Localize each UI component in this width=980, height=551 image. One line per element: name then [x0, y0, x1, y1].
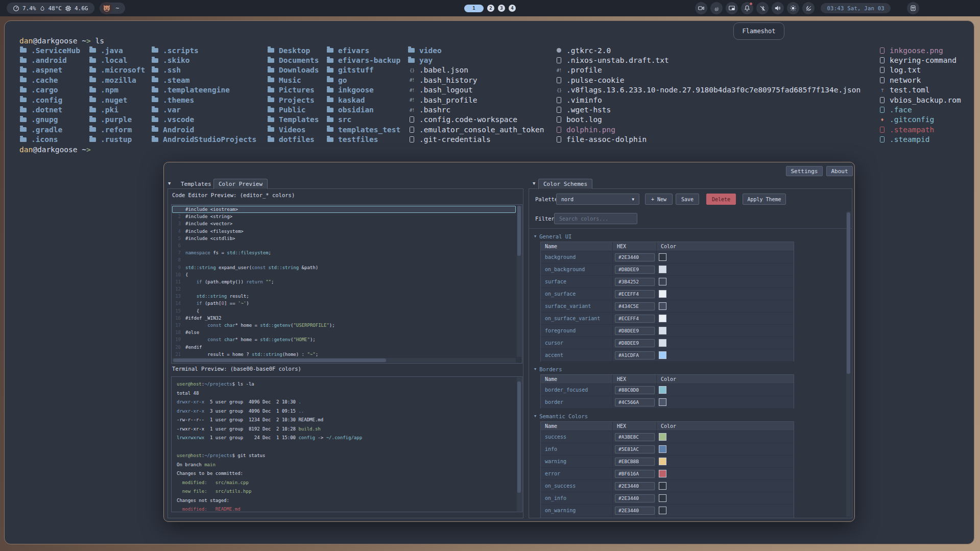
- hex-input[interactable]: #2E3440: [615, 482, 655, 490]
- hex-input[interactable]: #A3BE8C: [615, 433, 655, 441]
- flameshot-button[interactable]: [710, 2, 723, 14]
- color-swatch[interactable]: [659, 290, 666, 298]
- color-row: on_info#2E3440: [541, 492, 794, 505]
- tab-color-preview[interactable]: Color Preview: [213, 179, 268, 189]
- save-button[interactable]: Save: [676, 194, 699, 205]
- color-swatch[interactable]: [659, 327, 666, 334]
- editor-horizontal-scrollbar[interactable]: [172, 358, 516, 363]
- clock-widget[interactable]: 03:43 Sat, Jan 03: [821, 3, 891, 13]
- file-item: .microsoft: [89, 65, 145, 75]
- hex-input[interactable]: #2E3440: [615, 494, 655, 502]
- brightness-button[interactable]: [787, 2, 799, 14]
- color-swatch[interactable]: [659, 386, 666, 394]
- workspace-button-active[interactable]: 1: [464, 5, 484, 12]
- delete-button[interactable]: Delete: [706, 194, 736, 205]
- color-swatch[interactable]: [659, 315, 666, 322]
- hex-input[interactable]: #D8DEE9: [615, 339, 655, 347]
- hex-input[interactable]: #BF616A: [615, 470, 655, 478]
- color-name: [541, 517, 613, 518]
- scrollbar-thumb[interactable]: [847, 212, 850, 374]
- hex-input[interactable]: #ECEFF4: [615, 290, 655, 298]
- scrollbar-thumb[interactable]: [517, 381, 521, 493]
- hex-input[interactable]: #434C5E: [615, 302, 655, 310]
- pane-scrollbar[interactable]: [846, 211, 851, 517]
- hex-input[interactable]: #88C0D0: [615, 386, 655, 394]
- workspace-button[interactable]: 3: [498, 5, 505, 12]
- tab-menu-arrow-icon[interactable]: ▼: [533, 181, 535, 186]
- color-search-input[interactable]: [554, 213, 637, 224]
- hex-input[interactable]: #3B4252: [615, 278, 655, 286]
- code-line: 12: [172, 285, 516, 293]
- camera-button[interactable]: [695, 2, 707, 14]
- file-name: src: [338, 115, 351, 124]
- notifications-button[interactable]: [741, 2, 753, 14]
- night-light-button[interactable]: [802, 2, 815, 14]
- hex-input[interactable]: #D8DEE9: [615, 327, 655, 335]
- color-row: error#BF616A: [541, 468, 794, 480]
- terminal-line: [177, 443, 515, 452]
- hex-input[interactable]: #5E81AC: [615, 445, 655, 453]
- file-item: .cargo: [20, 85, 80, 95]
- volume-button[interactable]: [772, 2, 784, 14]
- apply-theme-button[interactable]: Apply Theme: [743, 194, 786, 205]
- hex-input[interactable]: #2E3440: [615, 253, 655, 261]
- section-header[interactable]: ▼Borders: [534, 366, 844, 372]
- terminal-vertical-scrollbar[interactable]: [517, 377, 521, 511]
- folder-icon: [268, 78, 274, 82]
- tab-color-schemes[interactable]: Color Schemes: [538, 179, 592, 189]
- code-line: 16#ifdef _WIN32: [172, 315, 516, 322]
- color-swatch[interactable]: [659, 398, 666, 406]
- file-name: .icons: [31, 135, 58, 143]
- settings-button[interactable]: Settings: [786, 166, 823, 176]
- terminal-line: drwxr-xr-x 5 user group 4096 Dec 2 10:30…: [177, 398, 515, 407]
- color-swatch[interactable]: [659, 253, 666, 261]
- color-swatch[interactable]: [659, 458, 666, 465]
- hex-input[interactable]: #4C566A: [615, 398, 655, 406]
- palette-dropdown[interactable]: nord ▼: [556, 194, 639, 205]
- color-swatch[interactable]: [659, 302, 666, 310]
- workspace-button[interactable]: 4: [509, 5, 516, 12]
- file-name: .steam: [163, 76, 189, 84]
- hex-input[interactable]: #D8DEE9: [615, 266, 655, 274]
- color-swatch[interactable]: [659, 433, 666, 441]
- tab-templates[interactable]: Templates: [176, 179, 216, 189]
- scrollbar-thumb[interactable]: [173, 358, 386, 362]
- file-icon: [555, 57, 563, 63]
- workspace-button[interactable]: 2: [487, 5, 494, 12]
- scrollbar-thumb[interactable]: [517, 206, 521, 256]
- color-swatch[interactable]: [659, 445, 666, 453]
- color-swatch[interactable]: [659, 278, 666, 285]
- color-swatch[interactable]: [659, 482, 666, 490]
- folder-icon: [327, 78, 333, 82]
- about-button[interactable]: About: [826, 166, 853, 176]
- hex-input[interactable]: #2E3440: [615, 507, 655, 515]
- color-swatch[interactable]: [659, 351, 666, 359]
- bluetooth-off-button[interactable]: [756, 2, 769, 14]
- file-item: .gradle: [20, 125, 80, 134]
- hex-input[interactable]: #A1CDFA: [615, 351, 655, 360]
- color-swatch[interactable]: [659, 494, 666, 502]
- color-row: [541, 517, 794, 518]
- tray-icon[interactable]: [907, 2, 919, 14]
- kitty-icon: [101, 2, 113, 14]
- editor-vertical-scrollbar[interactable]: [517, 205, 521, 357]
- screenshot-lock-button[interactable]: [726, 2, 738, 14]
- section-header[interactable]: ▼General UI: [534, 233, 844, 239]
- folder-icon: [20, 78, 27, 82]
- color-swatch[interactable]: [659, 266, 666, 273]
- color-swatch[interactable]: [659, 470, 666, 477]
- section-header[interactable]: ▼Semantic Colors: [534, 413, 844, 419]
- system-stats-widget[interactable]: 7.4% 48°C 4.6G: [7, 3, 94, 14]
- color-swatch[interactable]: [659, 507, 666, 514]
- file-name: Android: [163, 126, 194, 134]
- color-swatch[interactable]: [659, 339, 666, 347]
- new-palette-button[interactable]: + New: [645, 194, 673, 205]
- color-row: success#A3BE8C: [541, 431, 794, 443]
- file-name: kaskad: [338, 96, 365, 104]
- hex-input[interactable]: #ECEFF4: [615, 315, 655, 323]
- file-item: .nuget: [89, 95, 145, 105]
- terminal-taskbar-item[interactable]: ~: [100, 3, 126, 14]
- file-icon: #!: [408, 77, 416, 83]
- tab-menu-arrow-icon[interactable]: ▼: [168, 181, 171, 186]
- hex-input[interactable]: #EBCB8B: [615, 458, 655, 466]
